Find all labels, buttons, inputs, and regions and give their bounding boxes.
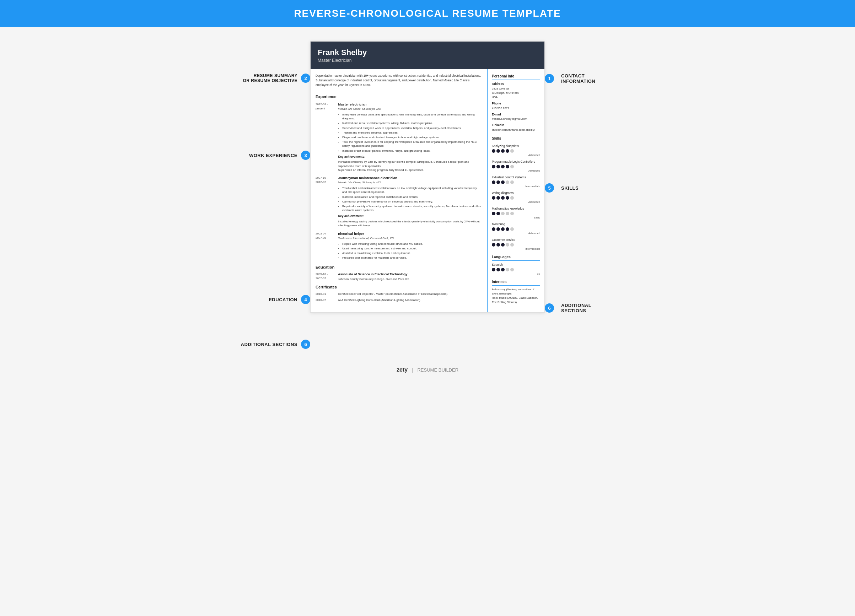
dot [506, 180, 509, 184]
key-achievement-label-2: Key achievement: [338, 214, 482, 219]
resume-right-column: Personal Info Address 2823 Olive StSt Jo… [487, 69, 544, 312]
dot [501, 196, 505, 200]
annotation-contact-text: CONTACT INFORMATION [561, 73, 616, 84]
annotation-work-experience: WORK EXPERIENCE 3 [239, 151, 310, 160]
exp-date-3: 2003-04 - 2007-08 [316, 231, 335, 261]
footer-tagline: RESUME BUILDER [417, 367, 458, 373]
skill-level-5: Advanced [492, 231, 540, 235]
edu-date-1: 2005-10 - 2007-07 [316, 272, 335, 281]
exp-jobtitle-2: Journeyman maintenance electrician [338, 176, 482, 180]
dot [492, 212, 495, 215]
email-value: francis.s.shelby@gmail.com [492, 117, 540, 121]
dot [506, 165, 509, 168]
lang-level-0: B2 [492, 272, 540, 276]
dot [510, 227, 514, 231]
skill-dots-5 [492, 227, 540, 231]
dot [492, 227, 495, 231]
dot [510, 243, 514, 246]
skill-level-6: Intermediate [492, 247, 540, 251]
dot [501, 243, 505, 246]
dot [496, 227, 500, 231]
exp-date-2: 2007-10 - 2012-02 [316, 176, 335, 228]
personal-info-section: Personal Info Address 2823 Olive StSt Jo… [492, 73, 540, 132]
annotation-additional-left-text: ADDITIONAL SECTIONS [241, 342, 298, 347]
annotation-badge-5: 5 [545, 183, 554, 193]
skill-entry-0: Analyzing blueprints Advanced [492, 144, 540, 157]
annotation-badge-1: 1 [545, 74, 554, 83]
exp-jobtitle-1: Master electrician [338, 102, 482, 107]
skill-name-5: Mentoring [492, 222, 540, 227]
dot [492, 196, 495, 200]
cert-entry-1: 2016-01 Certified Electrical Inspector -… [316, 292, 482, 296]
cert-name-1: Certified Electrical Inspector - Master … [338, 292, 447, 296]
exp-bullet: Diagnosed problems and checked leakages … [342, 135, 482, 139]
exp-bullet: Interpreted contract plans and specifica… [342, 113, 482, 121]
skills-section: Skills Analyzing blueprints [492, 136, 540, 251]
skill-dots-0 [492, 149, 540, 153]
interests-title: Interests [492, 279, 540, 286]
dot [501, 212, 505, 215]
left-annotations: RESUME SUMMARY OR RESUME OBJECTIVE 2 WOR… [239, 41, 310, 356]
skill-name-4: Mathematics knowledge [492, 206, 540, 211]
right-annotations: 1 CONTACT INFORMATION 5 SKILLS 6 ADDITIO… [545, 41, 616, 321]
annotation-contact: 1 CONTACT INFORMATION [545, 73, 616, 84]
annotation-resume-summary: RESUME SUMMARY OR RESUME OBJECTIVE 2 [239, 73, 310, 83]
annotation-skills-text: SKILLS [561, 185, 579, 191]
skill-entry-1: Programmable Logic Controllers Advanced [492, 159, 540, 173]
skill-name-3: Wiring diagrams [492, 191, 540, 196]
annotation-layout: RESUME SUMMARY OR RESUME OBJECTIVE 2 WOR… [239, 41, 616, 356]
cert-date-2: 2010-07 [316, 298, 335, 302]
annotation-badge-6-right: 6 [545, 303, 554, 313]
page-title: REVERSE-CHRONOLOGICAL RESUME TEMPLATE [0, 8, 855, 19]
exp-jobtitle-3: Electrical helper [338, 231, 482, 236]
email-label: E-mail [492, 112, 540, 117]
exp-bullet: Carried out preventive maintenance on el… [342, 200, 482, 203]
lang-name-0: Spanish [492, 263, 540, 267]
resume-body: Dependable master electrician with 10+ y… [311, 69, 544, 312]
dot [510, 268, 514, 271]
skill-name-6: Customer service [492, 238, 540, 242]
experience-entry-3: 2003-04 - 2007-08 Electrical helper Trad… [316, 231, 482, 261]
skill-level-2: Intermediate [492, 184, 540, 188]
exp-bullet: Troubleshot and maintained electrical wo… [342, 186, 482, 194]
skill-level-1: Advanced [492, 169, 540, 173]
dot [510, 149, 514, 153]
annotation-badge-2: 2 [301, 73, 310, 83]
dot [510, 212, 514, 215]
skill-entry-5: Mentoring Advanced [492, 222, 540, 235]
annotation-education-text: EDUCATION [269, 297, 297, 302]
exp-bullet: Installed and repair electrical systems,… [342, 121, 482, 125]
dot [496, 196, 500, 200]
dot [506, 227, 509, 231]
skills-title: Skills [492, 136, 540, 142]
dot [496, 268, 500, 271]
lang-entry-0: Spanish B2 [492, 263, 540, 276]
footer: zety | RESUME BUILDER [239, 367, 616, 373]
exp-date-1: 2012-03 - present [316, 102, 335, 172]
page-header: REVERSE-CHRONOLOGICAL RESUME TEMPLATE [0, 0, 855, 27]
resume-name: Frank Shelby [318, 48, 537, 57]
annotation-additional-right-text: ADDITIONAL SECTIONS [561, 303, 616, 313]
dot [496, 212, 500, 215]
dot [496, 149, 500, 153]
exp-bullet: Used measuring tools to measure and cut … [342, 246, 482, 251]
dot [501, 149, 505, 153]
dot [506, 149, 509, 153]
interests-section: Interests Astronomy (life-long subscribe… [492, 279, 540, 304]
annotation-badge-4: 4 [301, 295, 310, 304]
annotation-additional-left: ADDITIONAL SECTIONS 6 [239, 339, 310, 349]
exp-bullet: Installed, maintained and repaired switc… [342, 195, 482, 199]
skill-dots-3 [492, 196, 540, 200]
dot [501, 227, 505, 231]
skill-level-0: Advanced [492, 153, 540, 157]
experience-entry-2: 2007-10 - 2012-02 Journeyman maintenance… [316, 176, 482, 228]
lang-dots-0 [492, 268, 540, 271]
annotation-skills: 5 SKILLS [545, 183, 616, 193]
resume-header: Frank Shelby Master Electrician [311, 41, 544, 69]
dot [501, 268, 505, 271]
footer-brand: zety [397, 367, 408, 373]
skill-level-3: Advanced [492, 200, 540, 204]
exp-bullets-3: Helped with installing wiring and condui… [338, 242, 482, 260]
dot [510, 180, 514, 184]
exp-bullets-1: Interpreted contract plans and specifica… [338, 113, 482, 153]
